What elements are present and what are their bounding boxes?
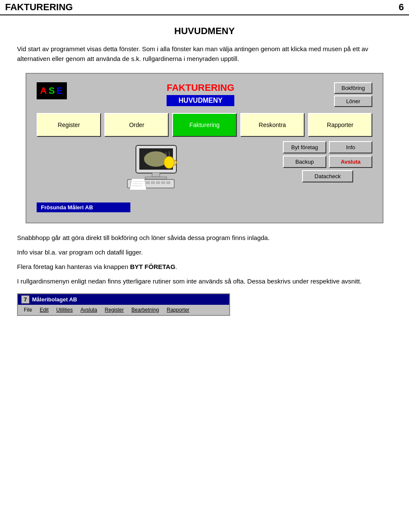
logo-letter-a: A — [40, 85, 48, 96]
body-text-4: I rullgardinsmenyn enligt nedan finns yt… — [17, 276, 392, 286]
title-block: FAKTURERING HUVUDMENY — [75, 82, 325, 106]
taskbar-menu: File Edit Utilities Avsluta Register Bea… — [18, 305, 229, 315]
rapporter-button[interactable]: Rapporter — [308, 113, 372, 137]
fakturering-title: FAKTURERING — [167, 82, 234, 93]
taskbar-screenshot: 7 Måleribolaget AB File Edit Utilities A… — [17, 293, 230, 316]
avsluta-button[interactable]: Avsluta — [329, 156, 372, 168]
section-title: HUVUDMENY — [17, 26, 392, 37]
body-text-section: Snabbhopp går att göra direkt till bokfö… — [17, 233, 392, 286]
menu-item-rapporter[interactable]: Rapporter — [163, 306, 193, 314]
bottom-right-row3: Datacheck — [283, 170, 372, 182]
datacheck-button[interactable]: Datacheck — [302, 170, 353, 182]
body-text-3: Flera företag kan hanteras via knappen B… — [17, 262, 392, 272]
register-button[interactable]: Register — [37, 113, 101, 137]
computer-illustration — [123, 141, 191, 197]
bokforing-button[interactable]: Bokföring — [334, 82, 372, 94]
svg-rect-3 — [152, 173, 160, 177]
bottom-right-row1: Byt företag Info — [283, 141, 372, 153]
menu-item-file[interactable]: File — [20, 306, 35, 314]
main-content: HUVUDMENY Vid start av programmet visas … — [0, 15, 409, 326]
menu-item-avsluta[interactable]: Avsluta — [77, 306, 101, 314]
main-nav-row: Register Order Fakturering Reskontra Rap… — [37, 113, 372, 137]
logo-box: A S E — [37, 82, 67, 99]
fakturering-button[interactable]: Fakturering — [172, 113, 236, 137]
page-header: FAKTURERING 6 — [0, 0, 409, 15]
taskbar-number: 7 — [21, 295, 29, 304]
byt-foretag-button[interactable]: Byt företag — [283, 141, 326, 153]
window-bottom-row: Byt företag Info Backup Avsluta Datachec… — [37, 141, 372, 197]
backup-button[interactable]: Backup — [283, 156, 326, 168]
page-number: 6 — [399, 2, 404, 13]
huvudmeny-box: HUVUDMENY — [167, 95, 234, 106]
menu-item-utilities[interactable]: Utilities — [53, 306, 76, 314]
company-bar: Frösunda Måleri AB — [37, 202, 130, 212]
body-text-2: Info visar bl.a. var program och datafil… — [17, 247, 392, 257]
page-title: FAKTURERING — [5, 2, 73, 13]
taskbar-title-bar: 7 Måleribolaget AB — [18, 294, 229, 305]
menu-item-edit[interactable]: Edit — [36, 306, 52, 314]
body-text-3-suffix: . — [176, 263, 177, 270]
window-top-row: A S E FAKTURERING HUVUDMENY Bokföring Lö… — [37, 82, 372, 107]
bottom-right-buttons: Byt företag Info Backup Avsluta Datachec… — [283, 141, 372, 182]
window-screenshot: A S E FAKTURERING HUVUDMENY Bokföring Lö… — [26, 73, 383, 223]
computer-illustration-area — [37, 141, 278, 197]
body-text-3-prefix: Flera företag kan hanteras via knappen — [17, 263, 130, 270]
svg-rect-13 — [167, 182, 170, 184]
logo-letter-e: E — [57, 85, 64, 96]
loner-button[interactable]: Löner — [334, 95, 372, 107]
taskbar-company: Måleribolaget AB — [32, 296, 77, 303]
svg-rect-10 — [151, 182, 155, 184]
svg-point-14 — [164, 156, 174, 168]
logo-letter-s: S — [49, 85, 56, 96]
menu-item-bearbetning[interactable]: Bearbetning — [128, 306, 163, 314]
svg-marker-15 — [130, 179, 147, 190]
info-button[interactable]: Info — [329, 141, 372, 153]
svg-rect-9 — [146, 182, 150, 184]
svg-rect-4 — [145, 177, 167, 179]
bottom-right-row2: Backup Avsluta — [283, 156, 372, 168]
menu-item-register[interactable]: Register — [101, 306, 127, 314]
window-inner: A S E FAKTURERING HUVUDMENY Bokföring Lö… — [31, 78, 378, 218]
right-buttons: Bokföring Löner — [334, 82, 372, 107]
intro-paragraph: Vid start av programmet visas detta föns… — [17, 44, 392, 64]
reskontra-button[interactable]: Reskontra — [240, 113, 305, 137]
order-button[interactable]: Order — [104, 113, 169, 137]
body-text-3-bold: BYT FÖRETAG — [130, 263, 175, 270]
svg-rect-11 — [156, 182, 160, 184]
body-text-1: Snabbhopp går att göra direkt till bokfö… — [17, 233, 392, 243]
svg-rect-12 — [161, 182, 165, 184]
